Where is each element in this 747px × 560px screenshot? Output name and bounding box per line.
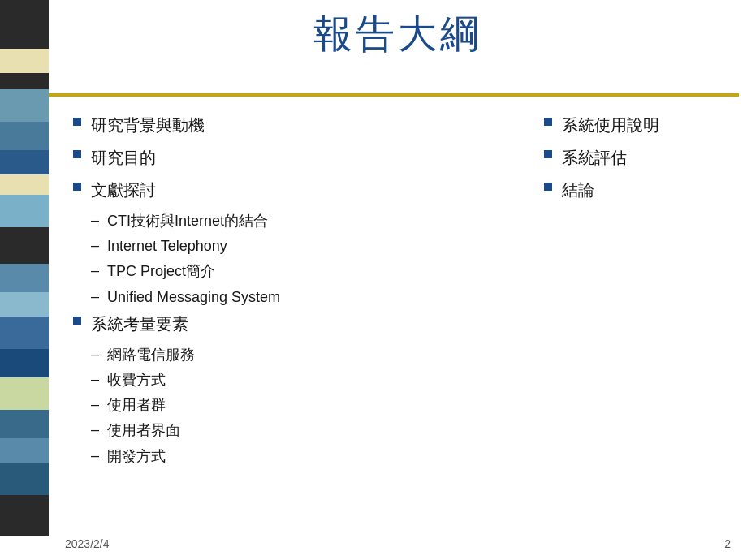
content-area: 研究背景與動機研究目的文獻探討–CTI技術與Internet的結合–Intern… (49, 106, 739, 528)
sub-list-item: –網路電信服務 (91, 345, 544, 365)
list-item-label: 系統評估 (562, 146, 627, 169)
sub-list-item-label: 網路電信服務 (107, 345, 195, 365)
strip-segment (0, 122, 49, 150)
footer-page: 2 (724, 537, 731, 550)
bullet-icon (544, 150, 552, 158)
strip-segment (0, 174, 49, 195)
sub-list-item: –收費方式 (91, 370, 544, 390)
list-item: 系統評估 (544, 146, 739, 169)
list-item-label: 研究目的 (91, 146, 156, 169)
divider-line (49, 93, 739, 97)
sub-list-item: –使用者群 (91, 395, 544, 416)
left-column: 研究背景與動機研究目的文獻探討–CTI技術與Internet的結合–Intern… (49, 106, 544, 528)
strip-segment (0, 73, 49, 89)
dash-icon: – (91, 262, 99, 279)
strip-segment (0, 349, 49, 377)
bullet-icon (73, 183, 81, 191)
sub-list-item: –CTI技術與Internet的結合 (91, 211, 544, 231)
dash-icon: – (91, 237, 99, 254)
page-title: 報告大綱 (49, 8, 747, 60)
sub-list-item: –使用者界面 (91, 420, 544, 441)
strip-segment (0, 264, 49, 292)
strip-segment (0, 49, 49, 73)
dash-icon: – (91, 346, 99, 363)
list-item: 研究目的 (73, 146, 544, 169)
dash-icon: – (91, 371, 99, 388)
sub-list-item-label: 開發方式 (107, 446, 166, 467)
dash-icon: – (91, 447, 99, 464)
strip-segment (0, 89, 49, 122)
strip-segment (0, 227, 49, 264)
list-item-label: 文獻探討 (91, 179, 156, 201)
decorative-strip (0, 0, 49, 560)
list-item: 研究背景與動機 (73, 114, 544, 136)
strip-segment (0, 495, 49, 536)
strip-segment (0, 150, 49, 174)
list-item-label: 研究背景與動機 (91, 114, 205, 136)
strip-segment (0, 292, 49, 317)
list-item-label: 系統使用說明 (562, 114, 659, 136)
dash-icon: – (91, 421, 99, 438)
list-item-label: 系統考量要素 (91, 312, 188, 335)
list-item: 系統使用說明 (544, 114, 739, 136)
bullet-icon (73, 317, 81, 325)
sub-list-item: –開發方式 (91, 446, 544, 467)
sub-list-item: –TPC Project簡介 (91, 261, 544, 282)
strip-segment (0, 377, 49, 410)
sub-list-item-label: TPC Project簡介 (107, 261, 215, 282)
list-item: 系統考量要素 (73, 312, 544, 335)
sub-list-item: –Unified Messaging System (91, 287, 544, 308)
strip-segment (0, 463, 49, 495)
sub-list-item-label: 使用者群 (107, 395, 166, 416)
sub-list-item-label: Unified Messaging System (107, 287, 280, 308)
sub-list-item: –Internet Telephony (91, 236, 544, 256)
strip-segment (0, 317, 49, 349)
dash-icon: – (91, 396, 99, 413)
dash-icon: – (91, 212, 99, 229)
sub-list-item-label: CTI技術與Internet的結合 (107, 211, 268, 231)
footer-date: 2023/2/4 (65, 537, 110, 550)
sub-list-item-label: 使用者界面 (107, 420, 180, 441)
bullet-icon (544, 118, 552, 126)
sub-list-item-label: Internet Telephony (107, 236, 227, 256)
bullet-icon (73, 150, 81, 158)
right-column: 系統使用說明系統評估結論 (544, 106, 739, 528)
bullet-icon (544, 183, 552, 191)
title-area: 報告大綱 (49, 8, 747, 60)
list-item: 結論 (544, 179, 739, 201)
strip-segment (0, 438, 49, 463)
strip-segment (0, 195, 49, 227)
sub-list-item-label: 收費方式 (107, 370, 166, 390)
list-item-label: 結論 (562, 179, 594, 201)
list-item: 文獻探討 (73, 179, 544, 201)
bullet-icon (73, 118, 81, 126)
strip-segment (0, 410, 49, 438)
strip-segment (0, 0, 49, 49)
dash-icon: – (91, 288, 99, 305)
